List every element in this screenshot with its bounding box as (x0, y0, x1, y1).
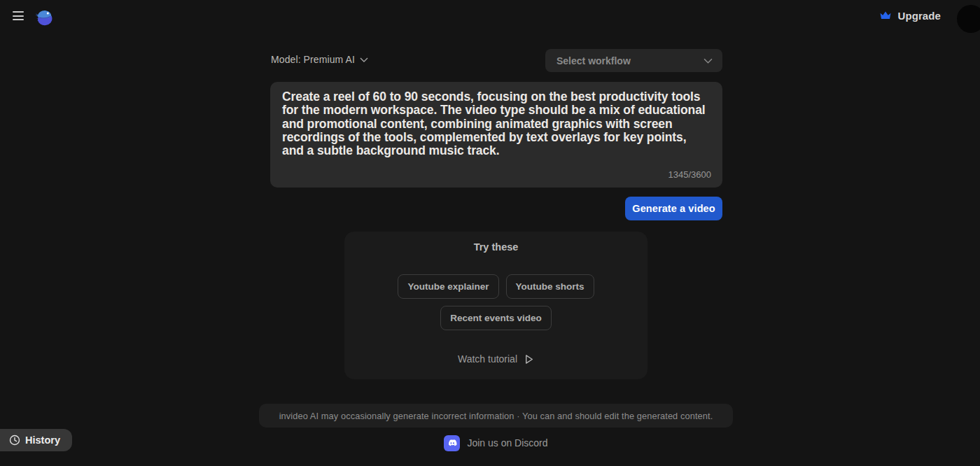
clock-icon (9, 435, 20, 446)
workflow-select[interactable]: Select workflow (545, 49, 722, 72)
workflow-placeholder: Select workflow (556, 55, 631, 66)
disclaimer-text: invideo AI may occasionally generate inc… (279, 411, 713, 421)
disclaimer-bar: invideo AI may occasionally generate inc… (259, 404, 733, 428)
history-label: History (25, 435, 60, 446)
discord-label: Join us on Discord (467, 437, 547, 449)
chevron-down-icon (360, 57, 368, 62)
suggestion-youtube-explainer[interactable]: Youtube explainer (398, 274, 498, 299)
model-selector[interactable]: Model: Premium AI (271, 54, 368, 65)
play-icon (524, 354, 534, 365)
upgrade-label: Upgrade (897, 10, 941, 22)
watch-tutorial-label: Watch tutorial (458, 353, 517, 365)
prompt-textarea[interactable]: Create a reel of 60 to 90 seconds, focus… (270, 82, 722, 188)
watch-tutorial-button[interactable]: Watch tutorial (344, 353, 648, 365)
model-label: Model: Premium AI (271, 54, 355, 65)
chevron-down-icon (704, 58, 713, 64)
join-discord-link[interactable]: Join us on Discord (259, 433, 733, 453)
generate-video-button[interactable]: Generate a video (625, 197, 722, 220)
user-avatar[interactable] (957, 5, 980, 33)
crown-icon (879, 10, 892, 21)
upgrade-button[interactable]: Upgrade (879, 10, 941, 22)
suggestion-youtube-shorts[interactable]: Youtube shorts (506, 274, 594, 299)
prompt-text[interactable]: Create a reel of 60 to 90 seconds, focus… (282, 90, 710, 157)
menu-icon[interactable] (13, 11, 24, 20)
character-count: 1345/3600 (668, 169, 711, 180)
discord-icon (444, 435, 460, 451)
invideo-logo-icon[interactable] (34, 7, 55, 28)
suggestion-recent-events-video[interactable]: Recent events video (440, 306, 552, 330)
suggestions-title: Try these (344, 241, 648, 253)
suggestions-panel: Try these Youtube explainer Youtube shor… (344, 232, 648, 379)
history-button[interactable]: History (0, 429, 72, 451)
